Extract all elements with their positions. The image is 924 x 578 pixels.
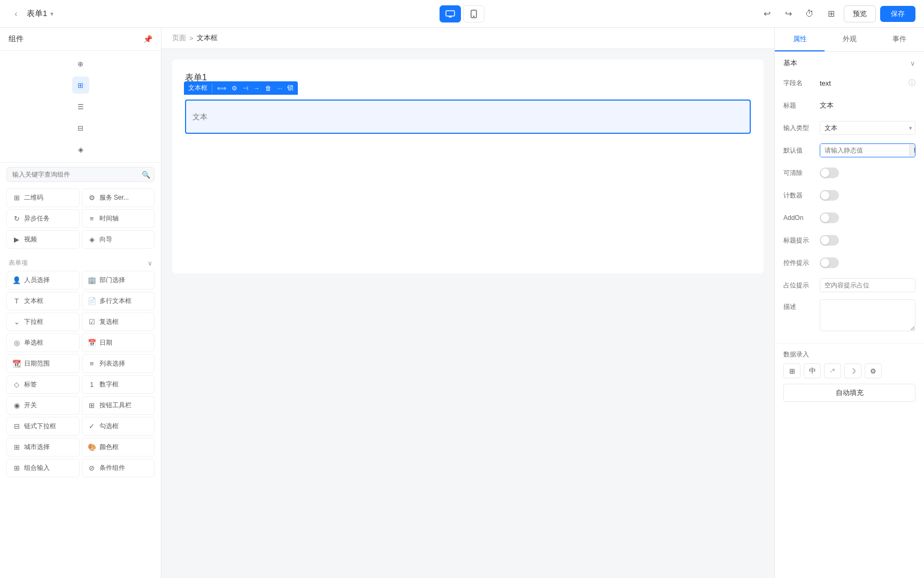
undo-button[interactable]: ↩: [758, 5, 775, 22]
comp-number[interactable]: 1 数字框: [82, 375, 155, 394]
search-input[interactable]: [6, 167, 155, 182]
basic-section-header: 基本 ∨: [783, 58, 915, 68]
toolbar-move-icon[interactable]: ⟺: [214, 85, 229, 92]
counter-row: 计数器: [783, 187, 915, 204]
save-button[interactable]: 保存: [880, 6, 915, 22]
history-button[interactable]: ⏱: [801, 5, 818, 22]
data-icon-text[interactable]: 中: [804, 363, 821, 378]
form-panel: 表单1 文本框 ⟺ ⚙ ⊣ → 🗑 ··· 锁: [172, 59, 764, 273]
data-icon-dot[interactable]: ·°: [824, 363, 841, 378]
redo-button[interactable]: ↪: [780, 5, 797, 22]
data-icon-scan[interactable]: ⊞: [783, 363, 800, 378]
nav-icon-4[interactable]: ⊟: [72, 119, 89, 136]
pin-icon[interactable]: 📌: [143, 35, 152, 43]
comp-city[interactable]: ⊞ 城市选择: [6, 438, 80, 457]
comp-tag[interactable]: ◇ 标签: [6, 375, 80, 394]
comp-textarea[interactable]: 📄 多行文本框: [82, 292, 155, 310]
comp-combine[interactable]: ⊞ 组合输入: [6, 459, 80, 477]
tab-events[interactable]: 事件: [874, 28, 924, 51]
comp-switch[interactable]: ◉ 开关: [6, 396, 80, 415]
toolbar-align-icon[interactable]: ⊣: [240, 85, 251, 92]
placeholder-row: 占位提示: [783, 277, 915, 294]
right-panel-content: 基本 ∨ 字段名 text ⓘ 标题 文本: [775, 52, 924, 578]
comp-timeline[interactable]: ≡ 时间轴: [82, 209, 155, 228]
default-value-input[interactable]: [820, 144, 909, 157]
section-toggle-icon[interactable]: ∨: [148, 260, 152, 267]
default-value-label: 默认值: [783, 146, 820, 155]
left-sidebar: 组件 📌 ⊕ ⊞ ☰ ⊟ ◈ 🔍: [0, 28, 161, 578]
control-hint-toggle[interactable]: [820, 257, 839, 268]
sidebar-title: 组件: [9, 34, 24, 44]
dept-icon: 🏢: [88, 276, 96, 285]
basic-section-title: 基本: [783, 58, 797, 68]
section-collapse-icon[interactable]: ∨: [910, 59, 915, 67]
input-type-select[interactable]: 文本 数字 密码: [820, 121, 915, 135]
comp-date[interactable]: 📅 日期: [82, 333, 155, 352]
comp-cascade[interactable]: ⊟ 链式下拉框: [6, 417, 80, 436]
desktop-view-button[interactable]: [440, 5, 461, 22]
placeholder-label: 占位提示: [783, 281, 820, 290]
right-tabs: 属性 外观 事件: [775, 28, 924, 52]
comp-async[interactable]: ↻ 异步任务: [6, 209, 80, 228]
addon-row: AddOn: [783, 209, 915, 226]
nav-icon-2[interactable]: ⊞: [72, 77, 89, 94]
tab-attributes[interactable]: 属性: [775, 28, 825, 51]
input-type-select-wrap: 文本 数字 密码 ▾: [820, 121, 915, 135]
nav-icon-1[interactable]: ⊕: [72, 55, 89, 72]
guide-icon: ◈: [88, 235, 96, 244]
combine-icon: ⊞: [12, 464, 21, 473]
toolbar-delete-icon[interactable]: 🗑: [263, 85, 274, 92]
autofill-button[interactable]: 自动填充: [783, 384, 915, 402]
fx-button[interactable]: f(x): [909, 144, 915, 156]
title-hint-toggle[interactable]: [820, 235, 839, 246]
comp-btntoolbar[interactable]: ⊞ 按钮工具栏: [82, 396, 155, 415]
toolbar-more-icon[interactable]: ···: [274, 85, 285, 92]
comp-listselect[interactable]: ≡ 列表选择: [82, 354, 155, 373]
section-title: 表单项: [9, 258, 28, 268]
svg-point-3: [473, 16, 474, 16]
comp-radio[interactable]: ◎ 单选框: [6, 333, 80, 352]
nav-icon-5[interactable]: ◈: [72, 141, 89, 158]
textbox-input[interactable]: [186, 101, 750, 133]
comp-qrcode[interactable]: ⊞ 二维码: [6, 188, 80, 207]
title-dropdown-icon[interactable]: ▾: [50, 10, 53, 18]
field-info-icon[interactable]: ⓘ: [908, 78, 915, 88]
placeholder-input[interactable]: [820, 278, 915, 292]
radio-icon: ◎: [12, 339, 21, 347]
comp-color[interactable]: 🎨 颜色框: [82, 438, 155, 457]
comp-service[interactable]: ⚙ 服务 Ser...: [82, 188, 155, 207]
city-icon: ⊞: [12, 443, 21, 452]
counter-toggle[interactable]: [820, 190, 839, 201]
comp-guide[interactable]: ◈ 向导: [82, 230, 155, 249]
condition-icon: ⊘: [88, 464, 96, 473]
data-icon-moon[interactable]: ☽: [844, 363, 861, 378]
comp-checkbox[interactable]: ☑ 复选框: [82, 313, 155, 331]
toolbar-arrow-icon[interactable]: →: [251, 85, 263, 92]
toolbar-component-label: 文本框: [188, 83, 212, 93]
comp-dropdown[interactable]: ⌄ 下拉框: [6, 313, 80, 331]
textbox-component[interactable]: [185, 100, 751, 134]
basic-section: 基本 ∨ 字段名 text ⓘ 标题 文本: [775, 52, 924, 344]
addon-toggle[interactable]: [820, 212, 839, 223]
main-layout: 组件 📌 ⊕ ⊞ ☰ ⊟ ◈ 🔍: [0, 28, 924, 578]
comp-video[interactable]: ▶ 视频: [6, 230, 80, 249]
comp-condition[interactable]: ⊘ 条件组件: [82, 459, 155, 477]
comp-daterange[interactable]: 📆 日期范围: [6, 354, 80, 373]
mobile-view-button[interactable]: [463, 5, 484, 22]
title-label: 标题: [783, 101, 820, 110]
comp-dept[interactable]: 🏢 部门选择: [82, 271, 155, 290]
clearable-toggle[interactable]: [820, 168, 839, 178]
tab-appearance[interactable]: 外观: [825, 28, 874, 51]
search-wrap: 🔍: [6, 167, 155, 182]
comp-checkmark[interactable]: ✓ 勾选框: [82, 417, 155, 436]
toolbar-config-icon[interactable]: ⚙: [229, 85, 240, 92]
settings-button[interactable]: ⊞: [822, 5, 840, 22]
preview-button[interactable]: 预览: [844, 5, 876, 22]
data-icon-settings[interactable]: ⚙: [865, 363, 882, 378]
back-button[interactable]: ‹: [9, 6, 24, 21]
selected-component-wrapper: 文本框 ⟺ ⚙ ⊣ → 🗑 ··· 锁: [185, 100, 751, 134]
comp-textbox[interactable]: T 文本框: [6, 292, 80, 310]
description-textarea[interactable]: [820, 299, 915, 331]
nav-icon-3[interactable]: ☰: [72, 98, 89, 115]
comp-person[interactable]: 👤 人员选择: [6, 271, 80, 290]
